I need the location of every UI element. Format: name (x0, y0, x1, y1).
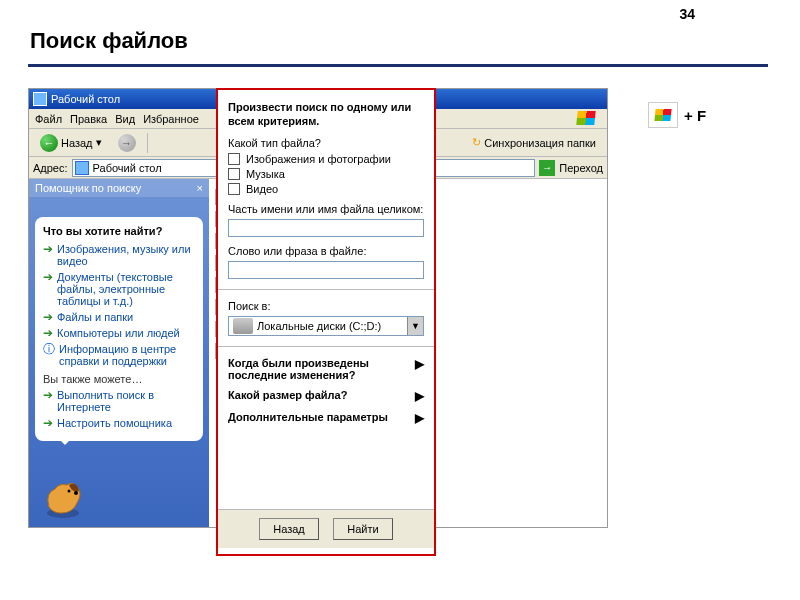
search-panel-title: Помощник по поиску (35, 182, 141, 194)
more-label: Дополнительные параметры (228, 411, 388, 423)
menu-file[interactable]: Файл (35, 113, 62, 125)
sync-icon: ↻ (472, 136, 481, 149)
file-type-label: Какой тип файла? (228, 137, 424, 149)
opt-label: Компьютеры или людей (57, 327, 180, 339)
back-button[interactable]: ← Назад ▾ (35, 131, 107, 155)
dialog-button-bar: Назад Найти (218, 509, 434, 548)
window-title: Рабочий стол (51, 93, 120, 105)
checkbox-music[interactable]: Музыка (228, 168, 424, 180)
dialog-heading: Произвести поиск по одному или всем крит… (228, 100, 424, 129)
checkbox-icon (228, 168, 240, 180)
opt-label: Информацию в центре справки и поддержки (59, 343, 195, 367)
back-button[interactable]: Назад (259, 518, 319, 540)
checkbox-icon (228, 183, 240, 195)
phrase-input[interactable] (228, 261, 424, 279)
file-size-row[interactable]: Какой размер файла? ▶ (228, 389, 424, 403)
forward-button[interactable]: → (113, 131, 141, 155)
search-in-combo[interactable]: Локальные диски (C:;D:) ▼ (228, 316, 424, 336)
size-label: Какой размер файла? (228, 389, 347, 401)
checkbox-icon (228, 153, 240, 165)
windows-key-icon (648, 102, 678, 128)
arrow-icon: ➔ (43, 311, 53, 323)
chevron-down-icon: ▾ (96, 136, 102, 149)
filename-label: Часть имени или имя файла целиком: (228, 203, 424, 215)
arrow-icon: ➔ (43, 327, 53, 339)
filename-input[interactable] (228, 219, 424, 237)
also-label: Вы также можете… (43, 373, 195, 385)
desktop-small-icon (75, 161, 89, 175)
opt-label: Настроить помощника (57, 417, 172, 429)
page-number: 34 (679, 6, 695, 22)
menu-edit[interactable]: Правка (70, 113, 107, 125)
search-balloon: Что вы хотите найти? ➔Изображения, музык… (35, 217, 203, 441)
arrow-icon: ➔ (43, 417, 53, 429)
arrow-icon: ➔ (43, 243, 53, 255)
svg-point-2 (74, 491, 78, 495)
search-in-label: Поиск в: (228, 300, 424, 312)
address-label: Адрес: (33, 162, 68, 174)
drive-icon (233, 318, 253, 334)
menu-favorites[interactable]: Избранное (143, 113, 199, 125)
search-criteria-dialog: Произвести поиск по одному или всем крит… (216, 88, 436, 556)
chk-label: Музыка (246, 168, 285, 180)
expand-icon: ▶ (415, 357, 424, 371)
back-label: Назад (61, 137, 93, 149)
combo-value: Локальные диски (C:;D:) (257, 320, 407, 332)
arrow-icon: ➔ (43, 389, 53, 401)
go-button[interactable]: → (539, 160, 555, 176)
checkbox-video[interactable]: Видео (228, 183, 424, 195)
checkbox-images[interactable]: Изображения и фотографии (228, 153, 424, 165)
page-title: Поиск файлов (30, 28, 188, 54)
divider (218, 289, 434, 290)
opt-label: Документы (текстовые файлы, электронные … (57, 271, 195, 307)
search-question: Что вы хотите найти? (43, 225, 195, 237)
search-opt-documents[interactable]: ➔Документы (текстовые файлы, электронные… (43, 271, 195, 307)
expand-icon: ▶ (415, 411, 424, 425)
divider (218, 346, 434, 347)
find-button[interactable]: Найти (333, 518, 393, 540)
desktop-icon (33, 92, 47, 106)
search-companion-panel: Помощник по поиску × Что вы хотите найти… (29, 179, 209, 527)
go-label: Переход (559, 162, 603, 174)
search-opt-images[interactable]: ➔Изображения, музыку или видео (43, 243, 195, 267)
balloon-tail (57, 437, 73, 453)
chk-label: Видео (246, 183, 278, 195)
title-rule (28, 64, 768, 67)
info-icon: ⓘ (43, 343, 55, 355)
forward-arrow-icon: → (118, 134, 136, 152)
shortcut-hint: + F (648, 102, 706, 128)
separator (147, 133, 148, 153)
search-opt-configure[interactable]: ➔Настроить помощника (43, 417, 195, 429)
arrow-icon: ➔ (43, 271, 53, 283)
search-dog-icon (39, 473, 87, 519)
search-opt-files[interactable]: ➔Файлы и папки (43, 311, 195, 323)
chevron-down-icon[interactable]: ▼ (407, 317, 423, 335)
search-opt-internet[interactable]: ➔Выполнить поиск в Интернете (43, 389, 195, 413)
svg-point-1 (68, 490, 71, 493)
opt-label: Выполнить поиск в Интернете (57, 389, 195, 413)
back-arrow-icon: ← (40, 134, 58, 152)
address-value: Рабочий стол (93, 162, 162, 174)
sync-button[interactable]: ↻ Синхронизация папки (467, 133, 601, 152)
opt-label: Изображения, музыку или видео (57, 243, 195, 267)
close-icon[interactable]: × (197, 182, 203, 194)
expand-icon: ▶ (415, 389, 424, 403)
windows-logo-icon (577, 111, 601, 127)
phrase-label: Слово или фраза в файле: (228, 245, 424, 257)
chk-label: Изображения и фотографии (246, 153, 391, 165)
opt-label: Файлы и папки (57, 311, 133, 323)
menu-view[interactable]: Вид (115, 113, 135, 125)
search-opt-computers[interactable]: ➔Компьютеры или людей (43, 327, 195, 339)
more-params-row[interactable]: Дополнительные параметры ▶ (228, 411, 424, 425)
search-opt-help[interactable]: ⓘИнформацию в центре справки и поддержки (43, 343, 195, 367)
when-label: Когда были произведены последние изменен… (228, 357, 415, 381)
sync-label: Синхронизация папки (484, 137, 596, 149)
search-panel-header: Помощник по поиску × (29, 179, 209, 197)
when-modified-row[interactable]: Когда были произведены последние изменен… (228, 357, 424, 381)
shortcut-text: + F (684, 107, 706, 124)
